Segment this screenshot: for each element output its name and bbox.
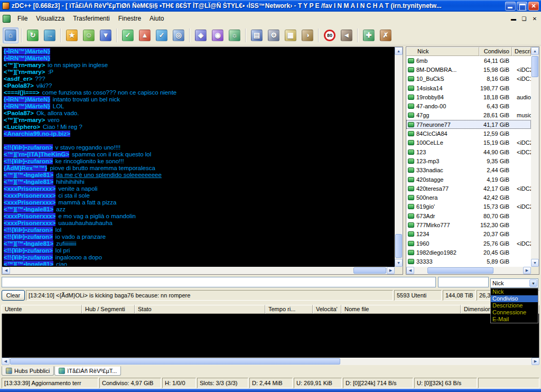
menu-visualizza[interactable]: Visualizza <box>32 13 69 24</box>
user-row[interactable]: 8M-DOMBRA...15,98 GiB<iDC2.0> <box>406 65 531 74</box>
userlist-column-descrizione[interactable]: Descrizione <box>512 47 531 56</box>
user-row[interactable]: 500nera42,42 GiB <box>406 193 531 202</box>
transfer-column-5[interactable]: Nome file <box>341 305 461 314</box>
finished-downloads-button[interactable]: ✓ <box>120 27 136 43</box>
user-row[interactable]: 47-ando-006,43 GiB <box>406 101 531 110</box>
mdi-close-icon[interactable]: ✕ <box>530 14 539 23</box>
menu-aiuto[interactable]: Aiuto <box>145 13 168 24</box>
userlist-hscroll-thumb[interactable] <box>427 267 493 274</box>
user-row[interactable]: 123420,37 GiB <box>406 230 531 239</box>
userlist-vscroll-thumb[interactable] <box>531 56 538 77</box>
announce-button[interactable]: ◄ <box>339 27 355 43</box>
dropdown-option-nick[interactable]: Nick <box>491 288 538 295</box>
search-spy-button[interactable]: ◉ <box>210 27 226 43</box>
scroll-down-icon[interactable]: ▼ <box>395 259 403 267</box>
menu-trasferimenti[interactable]: Trasferimenti <box>69 13 114 24</box>
scroll-up-icon[interactable]: ▲ <box>531 47 539 55</box>
menu-file[interactable]: File <box>13 13 32 24</box>
column-sort-combobox[interactable]: Nick ▼ <box>490 278 538 288</box>
settings-button[interactable]: ⚙ <box>266 27 282 43</box>
menu-finestre[interactable]: Finestre <box>114 13 145 24</box>
dropdown-option-descrizione[interactable]: Descrizione <box>491 302 538 309</box>
transfer-column-3[interactable]: Tempo ri... <box>265 305 313 314</box>
minimize-button[interactable] <box>505 2 516 11</box>
userlist-horizontal-scrollbar[interactable]: ◀ ▶ <box>406 267 531 274</box>
user-row[interactable]: 420teresa7742,17 GiB<iDC2.0> <box>406 184 531 193</box>
dropdown-option-connessione[interactable]: Connessione <box>491 309 538 316</box>
search-button[interactable]: ◎ <box>171 27 186 43</box>
close-button[interactable] <box>528 2 539 11</box>
mdi-restore-icon[interactable]: ❏ <box>519 14 529 23</box>
user-row[interactable]: 777Mirko777152,30 GiB <box>406 220 531 229</box>
user-row[interactable]: 6mb64,11 GiB <box>406 56 531 65</box>
away-button[interactable]: ◑ <box>300 27 315 43</box>
public-hubs-tab-icon <box>6 368 12 374</box>
userlist-column-condiviso[interactable]: Condiviso <box>479 47 512 56</box>
transfer-hscroll-thumb[interactable] <box>10 358 340 365</box>
tab-0[interactable]: Hubs Pubblici <box>2 366 54 376</box>
public-hubs-button[interactable]: ⌂ <box>3 27 18 43</box>
scroll-right-icon[interactable]: ▶ <box>387 267 395 274</box>
tools-button[interactable]: ✚ <box>361 27 377 43</box>
mdi-child-icon[interactable] <box>3 15 11 23</box>
waiting-users-button[interactable]: ▲ <box>137 27 153 43</box>
scroll-right-icon[interactable]: ▶ <box>531 358 539 365</box>
network-stats-button[interactable]: ☼ <box>227 27 242 43</box>
user-row[interactable]: 14siska14198,77 GiB <box>406 83 531 92</box>
scroll-left-icon[interactable]: ◀ <box>2 358 10 365</box>
open-filelist-button[interactable]: ▤ <box>249 27 265 43</box>
follow-redirect-button[interactable]: → <box>42 27 58 43</box>
clear-chat-button[interactable]: Clear <box>2 290 25 301</box>
userlist-filter-input[interactable] <box>438 277 489 287</box>
mdi-minimize-icon[interactable]: ▬ <box>509 14 518 23</box>
user-row[interactable]: 19robby8418,18 GiBaudio e vi... <box>406 92 531 101</box>
dropdown-option-condiviso[interactable]: Condiviso <box>491 295 538 302</box>
user-row[interactable]: 333335,89 GiB <box>406 257 531 266</box>
user-row[interactable]: 619gio'15,73 GiB<iDC2.0> <box>406 202 531 211</box>
download-queue-button[interactable]: ▼ <box>98 27 114 43</box>
reconnect-button[interactable]: ↻ <box>25 27 41 43</box>
chat-horizontal-scrollbar[interactable]: ◀ ▶ <box>2 267 395 274</box>
chat-vertical-scrollbar[interactable]: ▲ ▼ <box>395 47 403 267</box>
transfer-list[interactable] <box>2 314 539 358</box>
finished-uploads-button[interactable]: ✓ <box>154 27 170 43</box>
user-row[interactable]: 12344,90 GiB<iDC2.0> <box>406 147 531 156</box>
chat-vscroll-thumb[interactable] <box>395 234 402 258</box>
dropdown-option-e-mail[interactable]: E-Mail <box>491 316 538 323</box>
user-row[interactable]: 123-mp39,35 GiB <box>406 156 531 165</box>
speed-limit-button[interactable]: 80 <box>322 27 338 43</box>
userlist-column-nick[interactable]: Nick <box>406 47 479 56</box>
transfer-column-2[interactable]: Stato <box>135 305 265 314</box>
userlist-vertical-scrollbar[interactable]: ▲ ▼ <box>531 47 539 267</box>
scroll-up-icon[interactable]: ▲ <box>395 47 403 55</box>
scroll-right-icon[interactable]: ▶ <box>523 267 531 274</box>
user-row[interactable]: 1982diego198220,45 GiB <box>406 248 531 257</box>
transfer-column-6[interactable]: Dimensione <box>461 305 493 314</box>
kick-button[interactable]: ✗ <box>378 27 394 43</box>
user-row[interactable]: 47gg28,61 GiBmusic <box>406 111 531 120</box>
transfer-horizontal-scrollbar[interactable]: ◀ ▶ <box>2 358 539 365</box>
adl-search-button[interactable]: ◈ <box>193 27 209 43</box>
user-row[interactable]: 673Adr80,70 GiB <box>406 211 531 220</box>
user-row[interactable]: 100CeLLe15,19 GiB<iDC2.0> <box>406 138 531 147</box>
chat-hscroll-thumb[interactable] <box>353 267 386 274</box>
user-row[interactable]: 10_BuCkS8,16 GiB<iDC1.3> <box>406 74 531 83</box>
user-row[interactable]: 333nadiac2,44 GiB <box>406 166 531 175</box>
favorite-hubs-button[interactable]: ★ <box>64 27 80 43</box>
user-row[interactable]: 84CIcCiA8412,59 GiB <box>406 129 531 138</box>
notepad-button[interactable]: ▦ <box>283 27 299 43</box>
chevron-down-icon[interactable]: ▼ <box>529 279 537 287</box>
transfer-column-0[interactable]: Utente <box>2 305 82 314</box>
transfer-column-4[interactable]: Velocita' <box>313 305 341 314</box>
favorite-users-button[interactable]: ☺ <box>81 27 97 43</box>
tab-1[interactable]: ìTå£ìÁñ RèVº£µT... <box>54 366 121 376</box>
scroll-left-icon[interactable]: ◀ <box>2 267 10 274</box>
scroll-down-icon[interactable]: ▼ <box>531 259 539 267</box>
transfer-column-1[interactable]: Hub / Segmenti <box>82 305 135 314</box>
maximize-button[interactable] <box>517 2 527 11</box>
user-row[interactable]: 77neurone7741,17 GiB <box>406 120 531 129</box>
user-row[interactable]: 196025,76 GiB<iDC2.0> <box>406 239 531 248</box>
scroll-left-icon[interactable]: ◀ <box>406 267 414 274</box>
chat-message-input[interactable] <box>2 277 436 287</box>
user-row[interactable]: 420stagge4,19 GiB <box>406 175 531 184</box>
